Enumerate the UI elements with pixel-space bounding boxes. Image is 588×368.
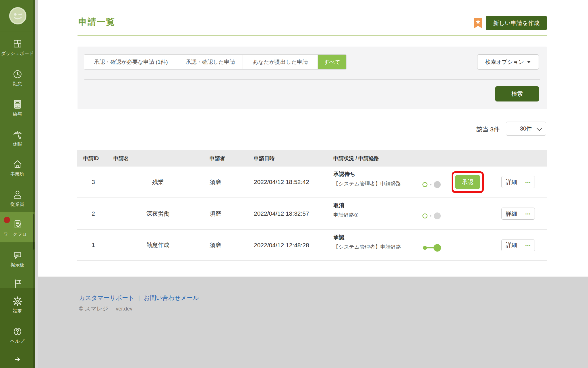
requests-table: 申請ID 申請名 申請者 申請日時 申請状況 / 申請経路 3 残業 須磨 20… (77, 150, 547, 261)
tab-submitted-by-you[interactable]: あなたが提出した申請 (243, 55, 318, 69)
status-text: 承認 (333, 234, 446, 241)
sidebar-item-label: ヘルプ (0, 338, 35, 344)
col-header-applicant: 申請者 (206, 150, 246, 166)
sidebar-collapse-toggle[interactable] (0, 355, 35, 365)
sidebar-item-flag[interactable] (0, 278, 35, 289)
cell-applicant: 須磨 (206, 230, 246, 260)
create-request-button[interactable]: 新しい申請を作成 (486, 16, 547, 30)
col-header-status: 申請状況 / 申請経路 (327, 150, 446, 166)
workflow-document-check-icon (12, 219, 23, 230)
detail-button[interactable]: 詳細 (502, 176, 522, 188)
col-header-id: 申請ID (77, 150, 110, 166)
cell-detail: 詳細 ••• (489, 230, 547, 260)
sidebar-item-label: 掲示板 (0, 262, 35, 268)
cell-request-id: 2 (77, 198, 110, 230)
more-options-button[interactable]: ••• (522, 208, 535, 219)
sidebar-item-attendance[interactable]: 勤怠 (0, 68, 35, 87)
footer-area (38, 277, 588, 368)
cell-approve: 承認 (446, 166, 489, 198)
sidebar-item-label: 休暇 (0, 141, 35, 147)
status-text: 取消 (333, 202, 446, 209)
approve-button[interactable]: 承認 (455, 175, 480, 189)
caret-down-icon (527, 61, 531, 63)
arrow-right-icon (13, 355, 22, 364)
copyright-text: © スマレジ (79, 305, 108, 312)
sidebar-item-workflow[interactable]: ワークフロー (0, 219, 35, 237)
col-header-datetime: 申請日時 (246, 150, 327, 166)
per-page-select[interactable]: 30件 (506, 122, 546, 136)
approval-progress-approved-icon (414, 244, 443, 252)
cell-status: 取消 申請経路① (327, 198, 446, 230)
cell-datetime: 2022/04/12 18:32:57 (246, 198, 327, 230)
more-options-button[interactable]: ••• (522, 239, 535, 251)
sidebar-item-vacation[interactable]: 休暇 (0, 129, 35, 147)
sidebar-item-label: 勤怠 (0, 81, 35, 87)
chevron-down-icon (537, 126, 542, 131)
page-title: 申請一覧 (78, 16, 115, 28)
approval-progress-pending-icon (414, 181, 443, 188)
sidebar-scrollbar-thumb[interactable] (33, 214, 34, 250)
footer-links: カスタマーサポート|お問い合わせメール (79, 294, 199, 302)
approval-progress-pending-icon (414, 212, 443, 220)
result-count: 該当 3件 (459, 125, 500, 133)
sidebar: ダッシュボード 勤怠 給与 休暇 事業所 従業員 (0, 0, 35, 368)
sidebar-item-dashboard[interactable]: ダッシュボード (0, 38, 35, 56)
contact-mail-link[interactable]: お問い合わせメール (144, 294, 199, 301)
cell-datetime: 2022/04/12 12:48:28 (246, 230, 327, 260)
sidebar-item-employees[interactable]: 従業員 (0, 189, 35, 207)
per-page-value: 30件 (520, 125, 532, 133)
sidebar-item-board[interactable]: 掲示板 (0, 250, 35, 268)
sidebar-item-help[interactable]: ヘルプ (0, 326, 35, 344)
detail-button-group: 詳細 ••• (501, 208, 535, 220)
cell-datetime: 2022/04/12 18:52:42 (246, 166, 327, 198)
clock-icon (12, 68, 23, 80)
cell-detail: 詳細 ••• (489, 166, 547, 198)
person-icon (12, 189, 23, 200)
cell-request-name: 残業 (110, 166, 206, 198)
sidebar-item-office[interactable]: 事業所 (0, 158, 35, 177)
cell-applicant: 須磨 (206, 198, 246, 230)
cell-status: 承認 【システム管理者】申請経路 (327, 230, 446, 260)
col-header-detail (489, 150, 547, 166)
sidebar-item-label: 事業所 (0, 171, 35, 177)
copyright: © スマレジver.dev (79, 305, 132, 313)
sidebar-item-settings[interactable]: 設定 (0, 296, 35, 314)
cell-detail: 詳細 ••• (489, 198, 547, 230)
cell-status: 承認待ち 【システム管理者】申請経路 (327, 166, 446, 198)
link-separator: | (138, 294, 140, 301)
bookmark-star-icon[interactable] (474, 18, 482, 29)
cell-request-id: 3 (77, 166, 110, 198)
tab-all[interactable]: すべて (318, 55, 346, 69)
search-button[interactable]: 検索 (495, 86, 539, 101)
help-icon (12, 326, 23, 337)
cell-request-name: 勤怠作成 (110, 230, 206, 260)
sidebar-item-label: ダッシュボード (0, 51, 35, 56)
gear-icon (12, 296, 23, 307)
sidebar-item-label: 従業員 (0, 202, 35, 207)
sidebar-item-label: ワークフロー (0, 231, 35, 237)
sidebar-item-payroll[interactable]: 給与 (0, 99, 35, 117)
detail-button[interactable]: 詳細 (502, 208, 522, 219)
cell-applicant: 須磨 (206, 166, 246, 198)
flag-icon (12, 278, 23, 289)
title-divider (78, 35, 547, 36)
version-text: ver.dev (116, 306, 132, 312)
avatar-section[interactable] (0, 0, 35, 32)
tab-approved-confirmed[interactable]: 承認・確認した申請 (178, 55, 243, 69)
house-icon (12, 158, 23, 170)
calculator-icon (12, 99, 23, 110)
speech-bubble-icon (12, 250, 23, 261)
detail-button[interactable]: 詳細 (502, 239, 522, 251)
avatar (9, 7, 27, 25)
customer-support-link[interactable]: カスタマーサポート (79, 294, 134, 301)
search-options-button[interactable]: 検索オプション (477, 54, 539, 70)
cell-approve (446, 230, 489, 260)
more-options-button[interactable]: ••• (522, 176, 535, 188)
detail-button-group: 詳細 ••• (501, 176, 535, 188)
cell-request-id: 1 (77, 230, 110, 260)
sidebar-item-label: 給与 (0, 111, 35, 117)
sidebar-item-label: 設定 (0, 308, 35, 314)
dashboard-icon (12, 38, 23, 49)
tab-needs-approval[interactable]: 承認・確認が必要な申請 (1件) (84, 55, 178, 69)
panel-divider (84, 79, 540, 80)
